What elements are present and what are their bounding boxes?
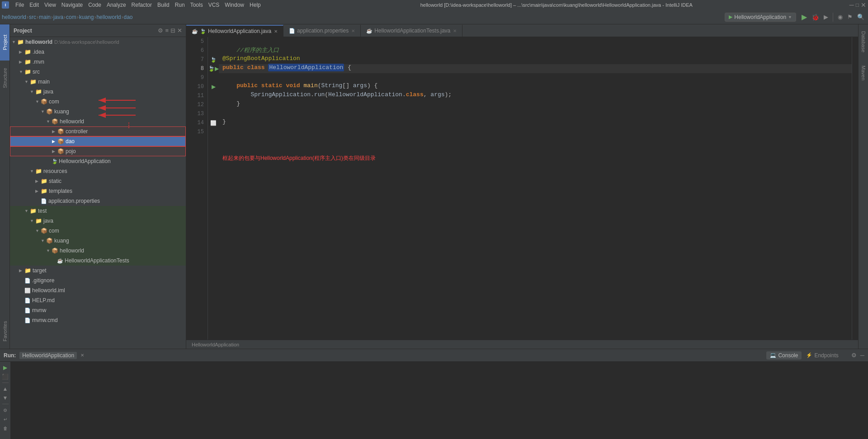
tree-item-target[interactable]: ▶ 📁 target (10, 266, 186, 276)
sort-icon[interactable]: ≡ (165, 27, 169, 34)
tab-console[interactable]: 💻 Console (766, 351, 802, 360)
tree-item-test-helloworld[interactable]: ▼ 📦 helloworld (10, 246, 186, 256)
line-numbers-gutter: 5 6 7 8 9 10 11 12 13 14 15 (186, 37, 208, 340)
breadcrumb-helloworld-pkg[interactable]: helloworld (96, 14, 121, 20)
favorites-tab-vertical[interactable]: Favorites (0, 315, 9, 347)
settings-run-icon[interactable]: ⚙ (851, 352, 857, 359)
minimize-btn[interactable]: ─ (849, 1, 854, 9)
debug-button[interactable]: 🐞 (810, 14, 821, 21)
tab-close-btn3[interactable]: ✕ (453, 28, 457, 33)
tab-close-btn1[interactable]: ✕ (274, 29, 278, 34)
panel-close-icon[interactable]: ✕ (177, 27, 182, 34)
tree-item-mvnw-cmd[interactable]: 📄 mvnw.cmd (10, 315, 186, 325)
tab-hw-app-tests[interactable]: ☕ HelloworldApplicationTests.java ✕ (361, 25, 462, 37)
tree-item-dao[interactable]: ▶ 📦 dao (10, 136, 186, 146)
structure-tab-vertical[interactable]: Structure (0, 62, 9, 94)
tree-item-test-kuang[interactable]: ▼ 📦 kuang (10, 236, 186, 246)
close-btn[interactable]: ✕ (861, 1, 866, 9)
code-line-9 (219, 73, 852, 82)
run-wrap-btn[interactable]: ↵ (1, 415, 9, 423)
tree-item-test-com[interactable]: ▼ 📦 com (10, 226, 186, 236)
menu-vcs[interactable]: VCS (206, 1, 222, 9)
run-stop-btn[interactable]: ⬛ (1, 373, 9, 381)
tree-item-pojo[interactable]: ▶ 📦 pojo (10, 146, 186, 156)
tree-item-iml[interactable]: ⬜ helloworld.iml (10, 285, 186, 295)
menu-window[interactable]: Window (222, 1, 247, 9)
tree-item-main[interactable]: ▼ 📁 main (10, 77, 186, 87)
tab-close-btn2[interactable]: ✕ (351, 28, 355, 33)
menu-code[interactable]: Code (85, 1, 104, 9)
run-clear-btn[interactable]: 🗑 (1, 424, 9, 432)
project-tab-vertical[interactable]: Project (0, 24, 9, 61)
code-content-area[interactable]: //程序的主入口 @SpringBootApplication public c… (219, 37, 852, 340)
tree-item-src[interactable]: ▼ 📁 src (10, 67, 186, 77)
breadcrumb-src[interactable]: src (29, 14, 36, 20)
breadcrumb-kuang[interactable]: kuang (79, 14, 94, 20)
tree-item-resources[interactable]: ▼ 📁 resources (10, 166, 186, 176)
menu-edit[interactable]: Edit (27, 1, 42, 9)
tree-item-java[interactable]: ▼ 📁 java (10, 87, 186, 97)
menu-analyze[interactable]: Analyze (104, 1, 129, 9)
tree-item-gitignore[interactable]: 📄 .gitignore (10, 276, 186, 285)
run-gutter-line8[interactable]: 🍃▶ (208, 64, 219, 73)
tree-item-templates[interactable]: ▶ 📁 templates (10, 186, 186, 196)
expand-collapse-icon[interactable]: ⊟ (170, 27, 175, 34)
breadcrumb-dao[interactable]: dao (123, 14, 132, 20)
run-settings-btn[interactable]: ⚙ (1, 406, 9, 414)
breadcrumb-sep1: › (27, 14, 28, 20)
bookmark-button[interactable]: ⚑ (845, 14, 854, 20)
menu-run[interactable]: Run (172, 1, 188, 9)
menu-build[interactable]: Build (155, 1, 172, 9)
run-button[interactable]: ▶ (800, 13, 809, 21)
menu-help[interactable]: Help (247, 1, 264, 9)
tree-item-application-properties[interactable]: 📄 application.properties (10, 196, 186, 206)
menu-file[interactable]: File (13, 1, 27, 9)
line-num-12: 12 (198, 100, 204, 109)
tree-item-com[interactable]: ▼ 📦 com (10, 97, 186, 107)
database-tab-vertical[interactable]: Database (860, 26, 867, 58)
editor-scrollbar[interactable] (852, 37, 858, 340)
run-gutter-line10[interactable]: ▶ (208, 82, 219, 91)
tree-item-helloworld-app[interactable]: 🍃 HelloworldApplication (10, 156, 186, 166)
profile-button[interactable]: ◉ (836, 14, 844, 20)
tree-item-helloworld-pkg[interactable]: ▼ 📦 helloworld (10, 117, 186, 126)
menu-tools[interactable]: Tools (188, 1, 206, 9)
maven-tab-vertical[interactable]: Maven (860, 60, 867, 87)
coverage-button[interactable]: ▶ (822, 14, 830, 20)
run-config-selector[interactable]: ▶ HelloworldApplication ▼ (725, 13, 796, 22)
tree-item-hw-tests[interactable]: ☕ HelloworldApplicationTests (10, 256, 186, 266)
tree-item-help[interactable]: 📄 HELP.md (10, 295, 186, 305)
tab-application-props[interactable]: 📄 application.properties ✕ (283, 25, 361, 37)
run-config-badge[interactable]: HelloworldApplication (19, 352, 77, 359)
run-play-btn[interactable]: ▶ (1, 364, 9, 372)
menu-navigate[interactable]: Navigate (59, 1, 85, 9)
code-line-11: SpringApplication.run(HelloworldApplicat… (219, 91, 852, 100)
scroll-up-btn[interactable]: ▲ (1, 385, 9, 393)
tree-item-test[interactable]: ▼ 📁 test (10, 206, 186, 216)
tree-item-test-java[interactable]: ▼ 📁 java (10, 216, 186, 226)
tree-item-kuang[interactable]: ▼ 📦 kuang (10, 107, 186, 117)
minimize-run-icon[interactable]: ─ (860, 352, 864, 359)
breadcrumb-main[interactable]: main (39, 14, 51, 20)
code-line-10: public static void main(String[] args) { (219, 82, 852, 91)
run-tab-close[interactable]: ✕ (80, 353, 84, 358)
tree-item-mvnw[interactable]: 📄 mvnw (10, 305, 186, 315)
menu-refactor[interactable]: Refactor (129, 1, 155, 9)
tree-item-controller[interactable]: ▶ 📦 controller (10, 126, 186, 136)
tab-endpoints[interactable]: ⚡ Endpoints (802, 351, 842, 360)
scroll-down-btn[interactable]: ▼ (1, 394, 9, 402)
tree-item-helloworld-root[interactable]: ▼ 📁 helloworld D:\idea-workspace\hellowo… (10, 37, 186, 47)
breadcrumb-com[interactable]: com (66, 14, 76, 20)
breadcrumb-helloworld[interactable]: helloworld (2, 14, 26, 20)
console-output[interactable] (11, 362, 868, 439)
settings-icon[interactable]: ⚙ (158, 27, 163, 34)
project-tree[interactable]: ▼ 📁 helloworld D:\idea-workspace\hellowo… (10, 37, 186, 349)
tree-item-static[interactable]: ▶ 📁 static (10, 176, 186, 186)
maximize-btn[interactable]: □ (856, 2, 859, 8)
search-button[interactable]: 🔍 (855, 14, 866, 20)
tree-item-idea[interactable]: ▶ 📁 .idea (10, 47, 186, 57)
menu-view[interactable]: View (42, 1, 59, 9)
breadcrumb-java[interactable]: java (53, 14, 63, 20)
tab-helloworld-app[interactable]: ☕ 🍃 HelloworldApplication.java ✕ (186, 25, 283, 37)
tree-item-mvn[interactable]: ▶ 📁 .mvn (10, 57, 186, 67)
